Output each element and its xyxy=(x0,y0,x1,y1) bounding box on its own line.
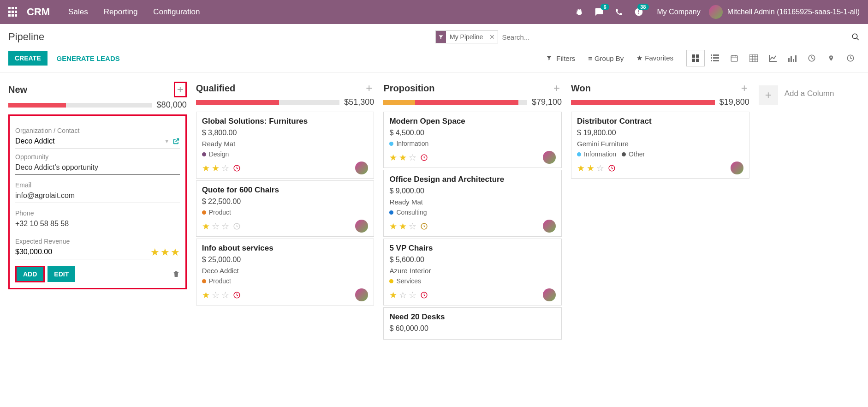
activity-clock-icon[interactable] xyxy=(233,164,241,172)
star-icon[interactable]: ☆ xyxy=(212,221,220,232)
phone-icon[interactable] xyxy=(615,8,623,16)
kanban-card[interactable]: Modern Open Space$ 4,500.00Information★★… xyxy=(383,112,562,168)
star-icon[interactable]: ★ xyxy=(202,221,210,232)
activity-clock-icon[interactable] xyxy=(420,291,428,299)
apps-icon[interactable] xyxy=(8,7,18,17)
star-icon[interactable]: ★ xyxy=(171,246,180,258)
search-input[interactable] xyxy=(498,31,851,43)
priority-stars[interactable]: ★★☆ xyxy=(577,163,604,174)
star-icon[interactable]: ★ xyxy=(399,152,407,163)
add-column-button[interactable]: + xyxy=(759,85,778,105)
salesperson-avatar[interactable] xyxy=(355,288,368,301)
salesperson-avatar[interactable] xyxy=(543,151,556,164)
dashboard-view-icon[interactable] xyxy=(803,50,821,66)
kanban-card[interactable]: Office Design and Architecture$ 9,000.00… xyxy=(383,170,562,237)
discard-icon[interactable] xyxy=(172,270,180,278)
column-title[interactable]: Qualified xyxy=(196,83,236,94)
activity-clock-icon[interactable] xyxy=(608,164,616,172)
generate-leads-button[interactable]: GENERATE LEADS xyxy=(57,54,120,62)
progress-bar[interactable] xyxy=(196,100,340,105)
star-icon[interactable]: ☆ xyxy=(596,163,604,174)
topnav-reporting[interactable]: Reporting xyxy=(104,7,138,17)
groupby-button[interactable]: ≡Group By xyxy=(588,54,624,62)
progress-bar[interactable] xyxy=(571,100,715,105)
company-switcher[interactable]: My Company xyxy=(657,8,701,16)
activity-clock-icon[interactable] xyxy=(420,222,428,230)
priority-stars[interactable]: ★★☆ xyxy=(389,221,416,232)
progress-bar[interactable] xyxy=(8,103,152,108)
user-avatar[interactable] xyxy=(709,5,723,19)
star-icon[interactable]: ★ xyxy=(202,163,210,174)
add-column-label[interactable]: Add a Column xyxy=(785,85,834,98)
star-icon[interactable]: ☆ xyxy=(212,290,220,300)
expected-revenue-input[interactable] xyxy=(15,245,150,259)
create-button[interactable]: CREATE xyxy=(8,51,48,66)
priority-stars[interactable]: ★★☆ xyxy=(202,163,229,174)
quick-create-icon[interactable]: + xyxy=(174,82,187,97)
kanban-card[interactable]: Info about services$ 25,000.00Deco Addic… xyxy=(196,239,375,305)
topnav-configuration[interactable]: Configuration xyxy=(153,7,200,17)
messaging-icon[interactable]: 6 xyxy=(595,7,604,17)
kanban-card[interactable]: Need 20 Desks$ 60,000.00 xyxy=(383,307,562,340)
star-icon[interactable]: ★ xyxy=(389,152,397,163)
email-input[interactable] xyxy=(15,189,180,203)
opportunity-input[interactable] xyxy=(15,161,180,175)
quick-create-icon[interactable]: + xyxy=(364,82,374,95)
priority-stars[interactable]: ★☆☆ xyxy=(202,290,229,300)
list-view-icon[interactable] xyxy=(706,50,724,66)
star-icon[interactable]: ★ xyxy=(587,163,595,174)
calendar-view-icon[interactable] xyxy=(725,50,743,66)
star-icon[interactable]: ☆ xyxy=(399,290,407,300)
edit-button[interactable]: EDIT xyxy=(48,266,75,282)
quick-create-icon[interactable]: + xyxy=(739,82,749,95)
star-icon[interactable]: ☆ xyxy=(409,152,416,163)
kanban-card[interactable]: Quote for 600 Chairs$ 22,500.00Product★☆… xyxy=(196,180,375,237)
priority-stars[interactable]: ★★☆ xyxy=(389,152,416,163)
kanban-card[interactable]: Distributor Contract$ 19,800.00Gemini Fu… xyxy=(571,112,749,179)
star-icon[interactable]: ★ xyxy=(577,163,585,174)
graph-view-icon[interactable] xyxy=(764,50,782,66)
add-button[interactable]: ADD xyxy=(15,266,45,282)
activity-clock-icon[interactable] xyxy=(420,154,428,162)
star-icon[interactable]: ★ xyxy=(389,290,397,300)
debug-icon[interactable] xyxy=(575,8,583,16)
star-icon[interactable]: ★ xyxy=(212,163,220,174)
app-brand[interactable]: CRM xyxy=(27,6,50,18)
column-title[interactable]: Proposition xyxy=(383,83,434,94)
activity-view-icon[interactable] xyxy=(841,50,860,66)
dropdown-caret-icon[interactable]: ▼ xyxy=(164,138,170,144)
star-icon[interactable]: ☆ xyxy=(221,290,229,300)
priority-stars[interactable]: ★☆☆ xyxy=(202,221,229,232)
cohort-view-icon[interactable] xyxy=(783,50,802,66)
salesperson-avatar[interactable] xyxy=(543,288,556,301)
star-icon[interactable]: ☆ xyxy=(221,163,229,174)
star-icon[interactable]: ★ xyxy=(389,221,397,232)
star-icon[interactable]: ★ xyxy=(202,290,210,300)
progress-bar[interactable] xyxy=(383,100,527,105)
column-title[interactable]: Won xyxy=(571,83,591,94)
kanban-view-icon[interactable] xyxy=(686,50,705,66)
favorites-button[interactable]: ★Favorites xyxy=(636,54,673,62)
star-icon[interactable]: ☆ xyxy=(409,290,416,300)
priority-stars[interactable]: ★★★ xyxy=(150,246,180,258)
priority-stars[interactable]: ★☆☆ xyxy=(389,290,416,300)
external-link-icon[interactable] xyxy=(172,138,180,145)
phone-input[interactable] xyxy=(15,217,180,231)
topnav-sales[interactable]: Sales xyxy=(68,7,88,17)
star-icon[interactable]: ★ xyxy=(399,221,407,232)
salesperson-avatar[interactable] xyxy=(355,220,368,233)
user-menu[interactable]: Mitchell Admin (16165925-saas-15-1-all) xyxy=(727,8,860,16)
star-icon[interactable]: ☆ xyxy=(409,221,416,232)
activity-clock-icon[interactable] xyxy=(233,291,241,299)
search-icon[interactable] xyxy=(851,33,860,41)
activity-icon[interactable]: 38 xyxy=(634,7,643,17)
activity-clock-icon[interactable] xyxy=(233,222,241,230)
star-icon[interactable]: ★ xyxy=(161,246,170,258)
salesperson-avatar[interactable] xyxy=(355,162,368,174)
facet-remove-icon[interactable]: ✕ xyxy=(487,33,498,41)
salesperson-avatar[interactable] xyxy=(731,162,743,174)
star-icon[interactable]: ★ xyxy=(150,246,160,258)
column-title[interactable]: New xyxy=(8,84,27,95)
star-icon[interactable]: ☆ xyxy=(221,221,229,232)
kanban-card[interactable]: Global Solutions: Furnitures$ 3,800.00Re… xyxy=(196,112,375,179)
